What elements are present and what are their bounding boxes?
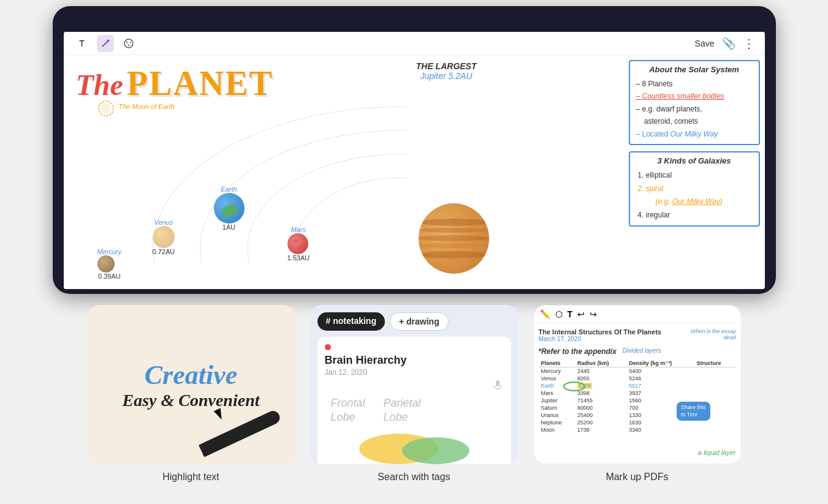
solar-system-list: 8 Planets Countless smaller bodies e.g. … [636, 78, 753, 140]
markup-visual: ✏️ ⬡ T ↩ ↪ The Internal Structures Of Th… [533, 305, 742, 464]
pdf-cell: 3340 [626, 426, 694, 434]
pdf-cell: 5517 [626, 382, 694, 389]
galaxies-box: 3 Kinds of Galaxies elliptical spiral (e… [629, 151, 760, 227]
svg-point-2 [126, 41, 127, 43]
info-sidebar: About the Solar System 8 Planets Countle… [624, 55, 765, 289]
pdf-eraser-icon[interactable]: ⬡ [555, 309, 563, 319]
list-item-bodies: Countless smaller bodies [636, 90, 753, 102]
list-item-milky: Located Our Milky Way [636, 128, 753, 140]
pdf-cell: 25200 [575, 419, 626, 426]
pdf-cell: Uranus [539, 412, 575, 419]
notetaking-tag[interactable]: # notetaking [317, 312, 385, 331]
galaxies-list: elliptical spiral (e.g. Our Milky Way) i… [636, 169, 753, 222]
highlight-visual: Creative Easy & Convenient [87, 305, 295, 464]
attach-icon[interactable]: 📎 [722, 37, 735, 50]
pdf-subtitle: *Refer to the appendix [539, 347, 617, 356]
planet-earth: Earth 1AU [214, 186, 245, 231]
search-label: Search with tags [378, 472, 450, 483]
note-mic-row [325, 379, 504, 391]
tablet-frame: T Save [53, 6, 776, 294]
planets-container: Mercury 0.39AU Venus 0.72AU Earth [79, 95, 489, 286]
circle-annotation [563, 382, 585, 391]
galaxy-spiral: spiral [646, 182, 753, 196]
tablet-toolbar: T Save [64, 32, 765, 55]
pdf-redo-icon[interactable]: ↪ [590, 309, 597, 319]
svg-point-3 [129, 41, 131, 43]
table-row: Mercury24455400 [539, 367, 736, 375]
stylus-body [198, 408, 281, 457]
text-tool-icon[interactable]: T [74, 35, 91, 52]
pdf-cell: Jupiter [539, 397, 575, 404]
planet-jupiter [419, 203, 489, 274]
planet-mercury: Mercury 0.39AU [97, 248, 122, 280]
pdf-pen-icon[interactable]: ✏️ [540, 309, 550, 319]
drawing-tag[interactable]: + drawing [390, 312, 449, 331]
largest-label: THE LARGEST [416, 61, 477, 71]
solar-system-box: About the Solar System 8 Planets Countle… [629, 60, 760, 145]
parietal-lobe-label: ParietalLobe [384, 396, 421, 425]
pen-tool-icon[interactable] [97, 35, 114, 52]
venus-label: Venus [153, 219, 175, 226]
when-due-note: When is the essay dead [681, 328, 736, 340]
pdf-undo-icon[interactable]: ↩ [577, 309, 585, 319]
markup-card: ✏️ ⬡ T ↩ ↪ The Internal Structures Of Th… [533, 305, 742, 483]
svg-point-14 [402, 437, 469, 464]
pdf-cell [694, 389, 736, 397]
pdf-cell: 1738 [575, 426, 626, 434]
easy-text: Easy & Convenient [122, 391, 259, 410]
pdf-text-icon[interactable]: T [568, 309, 573, 319]
highlight-label: Highlight text [162, 472, 219, 483]
mic-icon [492, 379, 504, 391]
tags-row: # notetaking + drawing [317, 312, 511, 331]
galaxy-milky-way: (e.g. Our Milky Way) [656, 195, 753, 209]
brain-labels: FrontalLobe ParietalLobe [325, 396, 504, 425]
note-date: Jan 12, 2020 [325, 368, 504, 377]
galaxies-title: 3 Kinds of Galaxies [636, 156, 753, 165]
tablet-screen: T Save [64, 32, 765, 289]
solar-system-title: About the Solar System [636, 65, 753, 74]
palette-icon[interactable] [120, 35, 137, 52]
note-card-inner: Brain Hierarchy Jan 12, 2020 FrontalLobe… [317, 337, 511, 464]
svg-rect-11 [496, 380, 499, 386]
pdf-cell [694, 367, 736, 375]
col-radius: Radius (km) [575, 359, 626, 367]
pdf-cell: 5400 [626, 367, 694, 375]
divided-layers-label: Divided layers [623, 347, 661, 354]
stylus-tip [213, 408, 224, 421]
save-button[interactable]: Save [695, 39, 715, 48]
markup-label: Mark up PDFs [606, 472, 668, 483]
note-title: Brain Hierarchy [325, 354, 504, 367]
pdf-cell [694, 375, 736, 382]
pdf-cell: Moon [539, 426, 575, 434]
galaxy-elliptical: elliptical [646, 169, 753, 182]
pdf-cell: Saturn [539, 404, 575, 412]
tablet-wrapper: T Save [53, 6, 776, 294]
svg-point-0 [107, 39, 109, 42]
svg-point-1 [124, 39, 133, 48]
search-card: # notetaking + drawing Brain Hierarchy J… [310, 305, 518, 483]
note-dot [325, 344, 331, 350]
highlight-card: Creative Easy & Convenient Highlight tex… [87, 305, 295, 483]
pdf-cell: Neptune [539, 419, 575, 426]
pdf-toolbar: ✏️ ⬡ T ↩ ↪ [534, 306, 741, 323]
mars-dist: 1.53AU [287, 254, 310, 261]
frontal-lobe-label: FrontalLobe [331, 396, 365, 425]
creative-text: Creative [145, 359, 238, 391]
pdf-cell: 5246 [626, 375, 694, 382]
more-menu-icon[interactable]: ⋮ [743, 36, 755, 51]
pdf-table: Planets Radius (km) Density (kg m⁻³) Str… [539, 359, 736, 434]
table-row: Venus60555246 [539, 375, 736, 382]
planet-venus: Venus 0.72AU [153, 219, 175, 255]
pdf-cell: Venus [539, 375, 575, 382]
search-visual: # notetaking + drawing Brain Hierarchy J… [310, 305, 518, 464]
liquid-layer-text: a liquid layer [698, 449, 736, 456]
svg-point-4 [127, 44, 129, 46]
list-item-dwarf: e.g. dwarf planets, asteroid, comets [636, 103, 753, 128]
col-structure: Structure [694, 359, 736, 367]
table-row: Moon17383340 [539, 426, 736, 434]
list-item-planets: 8 Planets [636, 78, 753, 90]
col-planets: Planets [539, 359, 575, 367]
galaxy-irregular: iregular [646, 209, 753, 222]
pdf-date: March 17, 2020 [539, 336, 662, 342]
tablet-content: The PLANET THE LARGEST Jupiter 5.2AU [64, 55, 765, 289]
